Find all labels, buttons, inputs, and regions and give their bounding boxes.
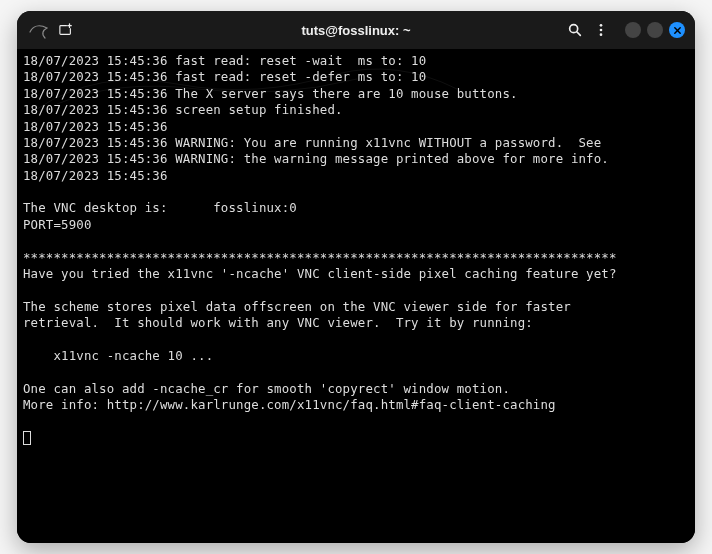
svg-point-4 xyxy=(600,24,603,27)
cursor xyxy=(23,431,31,445)
menu-button[interactable] xyxy=(593,22,609,38)
search-button[interactable] xyxy=(567,22,583,38)
svg-line-3 xyxy=(577,32,580,35)
new-tab-button[interactable] xyxy=(59,23,73,37)
terminal-output[interactable]: 18/07/2023 15:45:36 fast read: reset -wa… xyxy=(17,49,695,543)
svg-point-5 xyxy=(600,29,603,32)
maximize-button[interactable] xyxy=(647,22,663,38)
window-title: tuts@fosslinux: ~ xyxy=(301,23,410,38)
kali-logo-icon xyxy=(27,18,51,42)
window-controls xyxy=(625,22,685,38)
svg-point-6 xyxy=(600,33,603,36)
minimize-button[interactable] xyxy=(625,22,641,38)
terminal-window: tuts@fosslinux: ~ xyxy=(17,11,695,543)
titlebar-left xyxy=(27,18,73,42)
close-button[interactable] xyxy=(669,22,685,38)
titlebar: tuts@fosslinux: ~ xyxy=(17,11,695,49)
titlebar-right xyxy=(567,22,685,38)
